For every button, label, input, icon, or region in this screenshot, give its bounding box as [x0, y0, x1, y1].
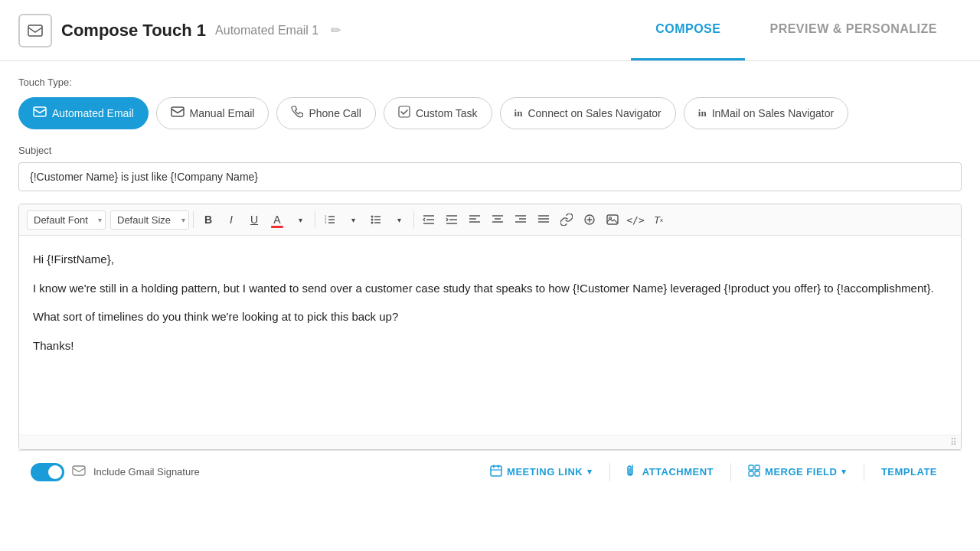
touch-btn-manual-email[interactable]: Manual Email [156, 97, 270, 129]
tab-compose[interactable]: COMPOSE [631, 0, 745, 60]
footer-toolbar: Include Gmail Signature MEETING LINK ▾ A… [18, 450, 962, 493]
phone-call-icon [291, 106, 303, 121]
compose-icon [18, 14, 52, 47]
touch-btn-inmail-sales-navigator[interactable]: in InMail on Sales Navigator [684, 97, 848, 129]
resize-handle[interactable]: ⠿ [19, 435, 961, 449]
merge-field-icon [748, 465, 760, 479]
font-size-select[interactable]: Default Size [110, 210, 189, 230]
attachment-button[interactable]: ATTACHMENT [615, 458, 726, 485]
svg-point-12 [371, 222, 374, 224]
meeting-link-icon [490, 465, 502, 479]
connect-sales-navigator-icon: in [514, 107, 523, 119]
font-color-button[interactable]: A [266, 209, 288, 230]
connect-sales-navigator-label: Connect on Sales Navigator [528, 107, 661, 119]
unordered-list-button[interactable] [365, 209, 387, 230]
svg-rect-1 [34, 107, 46, 116]
touch-btn-custom-task[interactable]: Custom Task [384, 97, 492, 129]
inmail-sales-navigator-label: InMail on Sales Navigator [712, 107, 835, 119]
inmail-sales-navigator-icon: in [698, 107, 707, 119]
touch-btn-automated-email[interactable]: Automated Email [18, 97, 149, 129]
footer-divider-3 [864, 463, 864, 481]
underline-button[interactable]: U [243, 209, 265, 230]
automated-email-icon [33, 106, 47, 120]
template-button[interactable]: TEMPLATE [869, 460, 949, 484]
code-button[interactable]: </> [625, 209, 646, 230]
svg-rect-45 [755, 471, 760, 476]
ordered-list-chevron[interactable]: ▾ [342, 209, 364, 230]
editor-toolbar: Default Font Default Size B I U A ▾ 1.2.… [19, 204, 961, 236]
touch-type-row: Automated Email Manual Email Phone Call … [18, 97, 962, 129]
editor-line-3: What sort of timelines do you think we'r… [33, 307, 947, 327]
attachment-label: ATTACHMENT [642, 466, 714, 478]
automated-email-label: Automated Email [52, 107, 134, 119]
font-family-select-wrap[interactable]: Default Font [27, 210, 106, 230]
footer-divider-1 [609, 463, 610, 481]
bold-button[interactable]: B [198, 209, 219, 230]
custom-task-icon [398, 106, 410, 121]
attachment-icon [627, 465, 638, 479]
editor-line-1: Hi {!FirstName}, [33, 249, 947, 269]
header-nav: COMPOSE PREVIEW & PERSONALIZE [631, 0, 962, 60]
link-button[interactable] [556, 209, 577, 230]
indent-decrease-button[interactable] [418, 209, 439, 230]
toolbar-divider-2 [315, 211, 315, 228]
unordered-list-chevron[interactable]: ▾ [388, 209, 410, 230]
special-link-button[interactable] [579, 209, 600, 230]
footer-left: Include Gmail Signature [31, 463, 200, 481]
resize-icon: ⠿ [950, 437, 958, 448]
justify-button[interactable] [533, 209, 554, 230]
editor-line-4: Thanks! [33, 336, 947, 356]
meeting-link-chevron: ▾ [587, 467, 593, 477]
custom-task-label: Custom Task [416, 107, 478, 119]
svg-rect-42 [749, 465, 753, 470]
svg-rect-44 [749, 471, 753, 476]
ordered-list-button[interactable]: 1.2.3. [319, 209, 341, 230]
clear-format-button[interactable]: Tx [648, 209, 669, 230]
footer-right: MEETING LINK ▾ ATTACHMENT MERGE FIELD ▾ [478, 458, 949, 485]
svg-rect-3 [399, 106, 410, 117]
footer-divider-2 [730, 463, 731, 481]
tab-preview[interactable]: PREVIEW & PERSONALIZE [745, 0, 962, 60]
main-content: Touch Type: Automated Email Manual Email… [0, 61, 980, 508]
merge-field-chevron: ▾ [841, 467, 847, 477]
font-color-chevron[interactable]: ▾ [289, 209, 311, 230]
align-right-button[interactable] [510, 209, 531, 230]
font-family-select[interactable]: Default Font [27, 210, 106, 230]
svg-rect-2 [172, 107, 184, 116]
svg-rect-37 [73, 466, 85, 475]
image-button[interactable] [602, 209, 623, 230]
align-left-button[interactable] [464, 209, 485, 230]
editor-container: Default Font Default Size B I U A ▾ 1.2.… [18, 204, 962, 450]
subject-label: Subject [18, 145, 962, 156]
italic-button[interactable]: I [220, 209, 242, 230]
align-center-button[interactable] [487, 209, 508, 230]
svg-point-11 [371, 219, 374, 221]
font-color-indicator [271, 226, 283, 228]
edit-icon[interactable]: ✏ [331, 23, 341, 37]
subject-input[interactable] [18, 162, 962, 191]
meeting-link-button[interactable]: MEETING LINK ▾ [478, 458, 605, 485]
gmail-signature-toggle[interactable] [31, 463, 64, 481]
svg-point-10 [371, 216, 374, 218]
touch-btn-connect-sales-navigator[interactable]: in Connect on Sales Navigator [500, 97, 676, 129]
gmail-icon [72, 465, 86, 478]
editor-line-2: I know we're still in a holding pattern,… [33, 279, 947, 298]
template-label: TEMPLATE [881, 466, 937, 478]
touch-btn-phone-call[interactable]: Phone Call [276, 97, 376, 129]
indent-increase-button[interactable] [441, 209, 462, 230]
svg-rect-38 [491, 466, 501, 476]
manual-email-icon [171, 106, 185, 120]
phone-call-label: Phone Call [309, 107, 361, 119]
toolbar-divider-1 [193, 211, 194, 228]
svg-rect-35 [607, 215, 618, 224]
font-size-select-wrap[interactable]: Default Size [110, 210, 189, 230]
merge-field-button[interactable]: MERGE FIELD ▾ [736, 458, 859, 485]
touch-type-label: Touch Type: [18, 77, 962, 88]
svg-rect-43 [755, 465, 760, 470]
toolbar-divider-3 [413, 211, 414, 228]
svg-text:3.: 3. [325, 220, 327, 224]
manual-email-label: Manual Email [190, 107, 255, 119]
gmail-signature-label: Include Gmail Signature [93, 466, 200, 478]
email-editor[interactable]: Hi {!FirstName}, I know we're still in a… [19, 236, 961, 435]
page-title: Compose Touch 1 [61, 21, 206, 41]
